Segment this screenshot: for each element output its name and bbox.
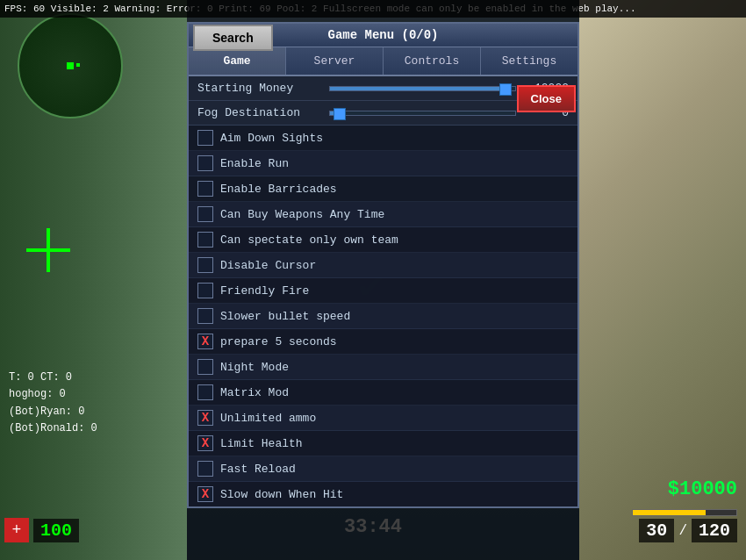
- checkbox-row: Xprepare 5 seconds: [189, 329, 577, 355]
- game-menu: Game Menu (0/0) Close Game Server Contro…: [187, 22, 579, 508]
- right-game-panel: [579, 0, 746, 560]
- settings-list: Starting Money 10000 Fog Destination 0 A…: [189, 76, 577, 506]
- checkbox-x-mark: X: [202, 335, 209, 348]
- money-display: $10000: [668, 478, 737, 500]
- checkbox-row: Slower bullet speed: [189, 304, 577, 329]
- fog-destination-thumb[interactable]: [334, 108, 346, 120]
- checkbox-label: Slower bullet speed: [220, 310, 350, 323]
- player1-score: hoghog: 0: [9, 386, 97, 403]
- checkbox[interactable]: [197, 130, 213, 146]
- ammo-bar: [632, 509, 737, 516]
- checkbox-label: Slow down When Hit: [220, 488, 343, 501]
- checkbox[interactable]: [197, 461, 213, 477]
- radar-dot-player: [67, 62, 74, 69]
- tab-settings[interactable]: Settings: [481, 47, 577, 75]
- checkbox[interactable]: X: [197, 410, 213, 426]
- checkbox-row: Aim Down Sights: [189, 126, 577, 151]
- checkbox[interactable]: [197, 181, 213, 197]
- checkbox-list: Aim Down SightsEnable RunEnable Barricad…: [189, 126, 577, 506]
- radar-dot-enemy: [76, 63, 80, 67]
- fog-destination-label: Fog Destination: [197, 106, 325, 119]
- checkbox-label: Aim Down Sights: [220, 132, 323, 145]
- player2-score: (Bot)Ryan: 0: [9, 404, 97, 420]
- checkbox-label: Unlimited ammo: [220, 412, 316, 425]
- health-bar: + 100: [4, 518, 79, 542]
- checkbox[interactable]: X: [197, 486, 213, 502]
- health-icon: +: [4, 518, 29, 542]
- checkbox[interactable]: [197, 283, 213, 298]
- checkbox-row: Matrix Mod: [189, 380, 577, 406]
- ammo-total: 120: [692, 519, 737, 542]
- checkbox[interactable]: [197, 232, 213, 248]
- ammo-bar-fill: [633, 510, 706, 515]
- fog-destination-track[interactable]: [329, 111, 516, 116]
- crosshair: [26, 228, 70, 272]
- tab-bar: Game Server Controls Settings: [189, 47, 577, 76]
- tab-server[interactable]: Server: [286, 47, 384, 75]
- checkbox[interactable]: X: [197, 435, 213, 451]
- checkbox-label: Fast Reload: [220, 463, 296, 476]
- checkbox-row: XUnlimited ammo: [189, 406, 577, 431]
- tab-controls[interactable]: Controls: [384, 47, 481, 75]
- checkbox-label: Can Buy Weapons Any Time: [220, 208, 384, 221]
- checkbox-label: Night Mode: [220, 361, 289, 374]
- health-value: 100: [33, 519, 79, 542]
- checkbox-label: Matrix Mod: [220, 386, 289, 399]
- checkbox-row: XSlow down When Hit: [189, 482, 577, 506]
- checkbox[interactable]: [197, 308, 213, 324]
- checkbox-label: prepare 5 seconds: [220, 335, 337, 348]
- starting-money-fill: [330, 87, 506, 90]
- search-button[interactable]: Search: [193, 25, 273, 51]
- starting-money-thumb[interactable]: [499, 83, 512, 96]
- checkbox[interactable]: X: [197, 334, 213, 349]
- team-score: T: 0 CT: 0: [9, 370, 97, 386]
- tab-game[interactable]: Game: [189, 47, 286, 75]
- checkbox-x-mark: X: [202, 488, 209, 500]
- checkbox[interactable]: [197, 155, 213, 171]
- starting-money-track[interactable]: [329, 86, 516, 91]
- checkbox-label: Can spectate only own team: [220, 233, 398, 247]
- ammo-current: 30: [639, 519, 674, 542]
- checkbox-row: Fast Reload: [189, 456, 577, 482]
- checkbox-row: XLimit Health: [189, 431, 577, 456]
- radar-display: [18, 13, 123, 118]
- ammo-display: 30 / 120: [639, 519, 737, 542]
- ammo-separator: /: [678, 523, 687, 539]
- starting-money-label: Starting Money: [197, 82, 325, 95]
- close-button[interactable]: Close: [517, 85, 576, 112]
- checkbox-row: Can Buy Weapons Any Time: [189, 202, 577, 227]
- checkbox-row: Enable Barricades: [189, 176, 577, 202]
- checkbox[interactable]: [197, 206, 213, 222]
- checkbox-label: Enable Run: [220, 157, 289, 170]
- checkbox-row: Can spectate only own team: [189, 227, 577, 253]
- checkbox[interactable]: [197, 257, 213, 273]
- checkbox-label: Disable Cursor: [220, 259, 316, 272]
- checkbox-row: Night Mode: [189, 355, 577, 380]
- left-game-panel: T: 0 CT: 0 hoghog: 0 (Bot)Ryan: 0 (Bot)R…: [0, 0, 187, 560]
- right-background: [579, 0, 746, 560]
- checkbox[interactable]: [197, 384, 213, 400]
- checkbox-row: Friendly Fire: [189, 278, 577, 304]
- checkbox[interactable]: [197, 359, 213, 375]
- player3-score: (Bot)Ronald: 0: [9, 420, 97, 437]
- checkbox-row: Disable Cursor: [189, 253, 577, 278]
- player-stats: T: 0 CT: 0 hoghog: 0 (Bot)Ryan: 0 (Bot)R…: [9, 370, 97, 437]
- checkbox-x-mark: X: [202, 437, 209, 449]
- checkbox-label: Limit Health: [220, 437, 303, 450]
- checkbox-x-mark: X: [202, 412, 209, 424]
- checkbox-label: Enable Barricades: [220, 183, 337, 196]
- checkbox-label: Friendly Fire: [220, 284, 309, 298]
- checkbox-row: Enable Run: [189, 151, 577, 176]
